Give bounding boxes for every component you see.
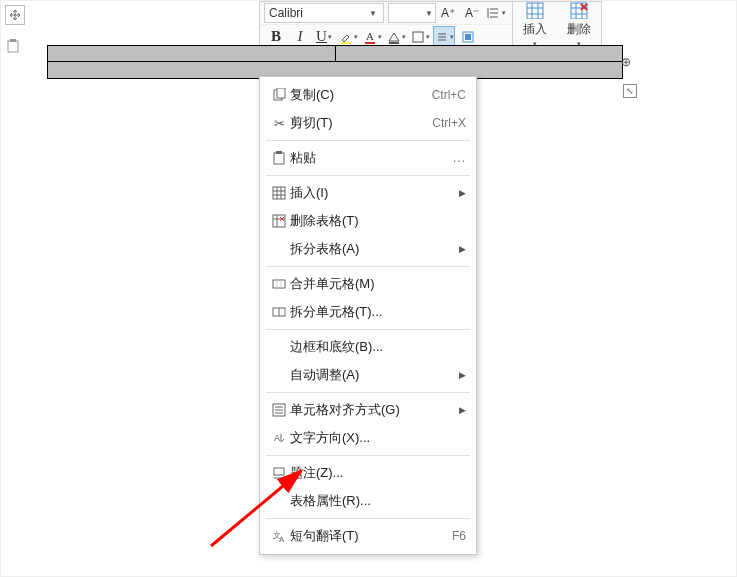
svg-rect-6 [413,32,423,42]
svg-rect-12 [277,88,285,98]
table-cell[interactable] [336,46,623,61]
table-insert-icon [526,2,544,19]
svg-rect-5 [389,42,399,44]
chevron-down-icon: ▼ [367,9,379,18]
svg-text:A: A [274,433,280,443]
menu-separator [266,518,470,519]
svg-rect-9 [527,3,543,19]
menu-split-table[interactable]: 拆分表格(A) ▶ [260,235,476,263]
caption-icon [268,466,290,480]
chevron-right-icon: ▶ [459,405,466,415]
font-size-combo[interactable]: ▼ [388,3,436,23]
table-delete-icon [268,214,290,228]
table-icon [268,186,290,200]
menu-cut[interactable]: ✂ 剪切(T) Ctrl+X [260,109,476,137]
line-spacing-button[interactable]: ▾ [485,2,507,24]
menu-translate[interactable]: 文A 短句翻译(T) F6 [260,522,476,550]
menu-paste[interactable]: 粘贴 ... [260,144,476,172]
svg-rect-4 [365,42,375,44]
shrink-font-button[interactable]: A⁻ [461,2,483,24]
copy-icon [268,88,290,102]
svg-rect-2 [341,42,351,44]
clipboard-icon [268,151,290,165]
insert-dropdown[interactable]: 插入▾ [513,2,557,48]
delete-label: 删除 [567,21,591,38]
menu-separator [266,175,470,176]
ribbon-toolbar: Calibri ▼ ▼ A⁺ A⁻ ▾ B I U▾ ▾ A▾ ▾ [259,1,602,49]
menu-separator [266,140,470,141]
menu-auto-fit[interactable]: 自动调整(A) ▶ [260,361,476,389]
menu-merge-cells[interactable]: 合并单元格(M) [260,270,476,298]
merge-cells-icon [268,277,290,291]
svg-rect-14 [276,151,282,154]
paste-indicator-icon [7,39,19,53]
menu-copy[interactable]: 复制(C) Ctrl+C [260,81,476,109]
document-table[interactable] [47,45,623,79]
menu-separator [266,266,470,267]
svg-rect-0 [8,41,18,52]
split-cells-icon [268,305,290,319]
svg-rect-1 [10,39,16,42]
menu-cell-align[interactable]: 单元格对齐方式(G) ▶ [260,396,476,424]
menu-delete-table[interactable]: 删除表格(T) [260,207,476,235]
align-icon [268,403,290,417]
table-cell[interactable] [48,46,336,61]
menu-separator [266,329,470,330]
grow-font-button[interactable]: A⁺ [437,2,459,24]
svg-rect-15 [273,187,285,199]
move-handle[interactable] [5,5,25,25]
menu-borders-shading[interactable]: 边框和底纹(B)... [260,333,476,361]
translate-icon: 文A [268,529,290,543]
svg-rect-17 [273,280,285,288]
chevron-right-icon: ▶ [459,370,466,380]
svg-rect-8 [465,34,471,40]
chevron-down-icon: ▼ [423,9,435,18]
svg-rect-21 [274,468,284,475]
delete-dropdown[interactable]: 删除▾ [557,2,601,48]
context-menu: 复制(C) Ctrl+C ✂ 剪切(T) Ctrl+X 粘贴 ... 插入(I)… [259,76,477,555]
menu-insert[interactable]: 插入(I) ▶ [260,179,476,207]
svg-rect-16 [273,215,285,227]
font-name-value: Calibri [269,6,303,20]
table-delete-icon [570,2,588,19]
chevron-right-icon: ▶ [459,188,466,198]
text-direction-icon: A [268,431,290,445]
menu-separator [266,392,470,393]
insert-label: 插入 [523,21,547,38]
svg-text:A: A [366,30,374,42]
menu-table-properties[interactable]: 表格属性(R)... [260,487,476,515]
table-resize-handle[interactable]: ⤡ [623,84,637,98]
svg-text:A: A [279,535,285,543]
menu-split-cells[interactable]: 拆分单元格(T)... [260,298,476,326]
menu-text-direction[interactable]: A 文字方向(X)... [260,424,476,452]
font-name-combo[interactable]: Calibri ▼ [264,3,384,23]
menu-caption[interactable]: 题注(Z)... [260,459,476,487]
chevron-right-icon: ▶ [459,244,466,254]
svg-rect-13 [274,153,284,164]
scissors-icon: ✂ [268,116,290,131]
column-add-handle[interactable]: ⊕ [621,55,631,69]
menu-separator [266,455,470,456]
